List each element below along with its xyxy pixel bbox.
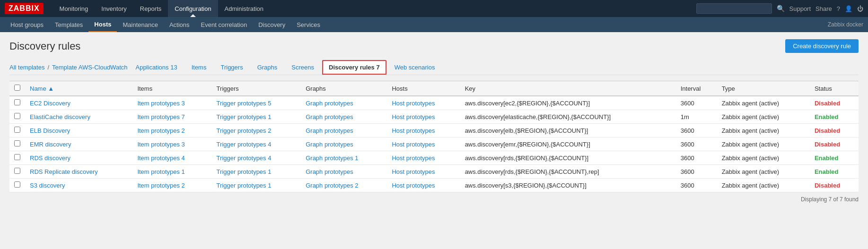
nav-hosts[interactable]: Hosts <box>88 17 117 32</box>
breadcrumb-template[interactable]: Template AWS-CloudWatch <box>52 61 127 74</box>
create-discovery-rule-button[interactable]: Create discovery rule <box>785 39 859 53</box>
row-checkbox-0[interactable] <box>14 99 20 105</box>
nav-administration[interactable]: Administration <box>218 0 270 17</box>
row-hosts-link[interactable]: Host prototypes <box>392 155 435 162</box>
row-triggers-link[interactable]: Trigger prototypes 1 <box>217 113 272 120</box>
share-link[interactable]: Share <box>815 5 832 12</box>
row-triggers: Trigger prototypes 1 <box>212 179 301 192</box>
row-name-link[interactable]: ElastiCache discovery <box>30 113 90 120</box>
nav-templates[interactable]: Templates <box>49 17 88 32</box>
tab-web-scenarios[interactable]: Web scenarios <box>388 60 441 74</box>
row-name-link[interactable]: RDS Replicate discovery <box>30 168 98 175</box>
power-icon[interactable]: ⏻ <box>857 5 863 12</box>
row-graphs-link[interactable]: Graph prototypes <box>306 113 353 120</box>
row-hosts-link[interactable]: Host prototypes <box>392 113 435 120</box>
row-checkbox-1[interactable] <box>14 113 20 119</box>
row-name-link[interactable]: EC2 Discovery <box>30 100 70 107</box>
nav-maintenance[interactable]: Maintenance <box>117 17 163 32</box>
row-hosts-link[interactable]: Host prototypes <box>392 168 435 175</box>
col-interval: Interval <box>676 81 717 96</box>
row-hosts-link[interactable]: Host prototypes <box>392 100 435 107</box>
tab-graphs[interactable]: Graphs <box>251 60 284 74</box>
row-items-link[interactable]: Item prototypes 3 <box>137 141 184 148</box>
row-name-link[interactable]: ELB Discovery <box>30 127 70 134</box>
row-name: RDS discovery <box>25 151 132 165</box>
row-hosts-link[interactable]: Host prototypes <box>392 182 435 189</box>
row-hosts-link[interactable]: Host prototypes <box>392 127 435 134</box>
tab-applications[interactable]: Applications 13 <box>129 60 183 74</box>
search-button[interactable]: 🔍 <box>777 5 785 12</box>
row-checkbox-cell <box>9 179 25 192</box>
row-interval: 3600 <box>676 151 717 165</box>
row-graphs-link[interactable]: Graph prototypes <box>306 127 353 134</box>
row-graphs-link[interactable]: Graph prototypes 2 <box>306 182 358 189</box>
row-graphs-link[interactable]: Graph prototypes <box>306 168 353 175</box>
help-icon[interactable]: ? <box>837 5 840 12</box>
row-interval: 1m <box>676 110 717 124</box>
row-checkbox-6[interactable] <box>14 181 20 188</box>
row-triggers-link[interactable]: Trigger prototypes 4 <box>217 141 272 148</box>
nav-event-correlation[interactable]: Event correlation <box>195 17 253 32</box>
nav-configuration[interactable]: Configuration <box>168 0 218 17</box>
row-items-link[interactable]: Item prototypes 7 <box>137 113 184 120</box>
row-status[interactable]: Disabled <box>810 137 859 151</box>
row-triggers: Trigger prototypes 1 <box>212 165 301 179</box>
row-status[interactable]: Disabled <box>810 179 859 192</box>
select-all-checkbox[interactable] <box>14 85 20 91</box>
row-name-link[interactable]: EMR discovery <box>30 141 71 148</box>
row-checkbox-3[interactable] <box>14 140 20 146</box>
row-triggers-link[interactable]: Trigger prototypes 4 <box>217 155 272 162</box>
table-row: RDS Replicate discovery Item prototypes … <box>9 165 859 179</box>
row-name-link[interactable]: S3 discovery <box>30 182 65 189</box>
tab-screens[interactable]: Screens <box>285 60 320 74</box>
col-name[interactable]: Name ▲ <box>25 81 132 96</box>
select-all-header <box>9 81 25 96</box>
row-hosts-link[interactable]: Host prototypes <box>392 141 435 148</box>
row-triggers-link[interactable]: Trigger prototypes 1 <box>217 182 272 189</box>
tab-items[interactable]: Items <box>185 60 213 74</box>
row-name-link[interactable]: RDS discovery <box>30 155 70 162</box>
row-status[interactable]: Enabled <box>810 151 859 165</box>
row-status[interactable]: Enabled <box>810 110 859 124</box>
nav-monitoring[interactable]: Monitoring <box>53 0 95 17</box>
row-status[interactable]: Disabled <box>810 96 859 110</box>
support-link[interactable]: Support <box>789 5 811 12</box>
tab-discovery-rules[interactable]: Discovery rules 7 <box>322 60 386 75</box>
row-status[interactable]: Enabled <box>810 165 859 179</box>
row-items-link[interactable]: Item prototypes 2 <box>137 127 184 134</box>
row-triggers-link[interactable]: Trigger prototypes 2 <box>217 127 272 134</box>
row-items-link[interactable]: Item prototypes 1 <box>137 168 184 175</box>
row-items-link[interactable]: Item prototypes 2 <box>137 182 184 189</box>
table-row: EC2 Discovery Item prototypes 3 Trigger … <box>9 96 859 110</box>
nav-inventory[interactable]: Inventory <box>95 0 133 17</box>
row-checkbox-2[interactable] <box>14 127 20 133</box>
breadcrumb-all-templates[interactable]: All templates <box>9 61 44 74</box>
row-hosts: Host prototypes <box>387 124 460 137</box>
row-graphs-link[interactable]: Graph prototypes <box>306 100 353 107</box>
row-graphs-link[interactable]: Graph prototypes <box>306 141 353 148</box>
tab-triggers[interactable]: Triggers <box>214 60 249 74</box>
row-triggers-link[interactable]: Trigger prototypes 1 <box>217 168 272 175</box>
row-checkbox-cell <box>9 165 25 179</box>
nav-actions[interactable]: Actions <box>164 17 195 32</box>
row-checkbox-cell <box>9 137 25 151</box>
row-items-link[interactable]: Item prototypes 4 <box>137 155 184 162</box>
row-items-link[interactable]: Item prototypes 3 <box>137 100 184 107</box>
nav-discovery[interactable]: Discovery <box>253 17 291 32</box>
row-items: Item prototypes 3 <box>132 96 211 110</box>
row-status[interactable]: Disabled <box>810 124 859 137</box>
table-row: ELB Discovery Item prototypes 2 Trigger … <box>9 124 859 137</box>
row-graphs-link[interactable]: Graph prototypes 1 <box>306 155 358 162</box>
logo[interactable]: ZABBIX <box>5 3 44 14</box>
nav-reports[interactable]: Reports <box>133 0 168 17</box>
row-items: Item prototypes 2 <box>132 124 211 137</box>
search-input[interactable] <box>696 3 772 14</box>
row-hosts: Host prototypes <box>387 165 460 179</box>
user-icon[interactable]: 👤 <box>845 5 852 12</box>
row-graphs: Graph prototypes <box>301 137 387 151</box>
row-checkbox-5[interactable] <box>14 168 20 174</box>
row-triggers-link[interactable]: Trigger prototypes 5 <box>217 100 272 107</box>
nav-host-groups[interactable]: Host groups <box>5 17 49 32</box>
row-checkbox-4[interactable] <box>14 154 20 160</box>
nav-services[interactable]: Services <box>291 17 326 32</box>
